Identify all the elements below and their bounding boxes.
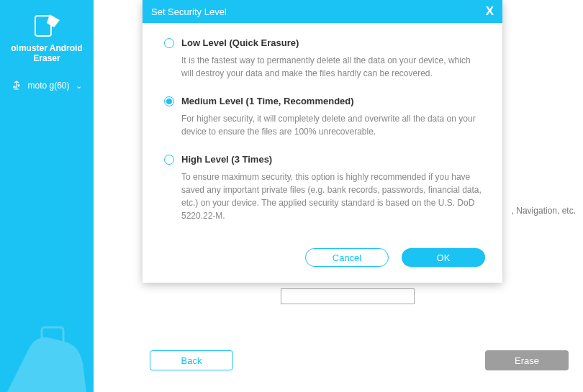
level-medium-desc: For higher security, it will completely … — [181, 112, 484, 138]
device-selector[interactable]: moto g(60) ⌄ — [0, 81, 94, 91]
level-high-label: High Level (3 Times) — [181, 154, 272, 165]
background-text: , Navigation, etc. — [512, 206, 576, 216]
level-low-desc: It is the fastest way to permanently del… — [181, 54, 484, 80]
ok-button[interactable]: OK — [402, 248, 485, 267]
confirm-input[interactable] — [281, 288, 415, 304]
modal-header: Set Security Level X — [143, 0, 502, 23]
app-name: olmuster Android Eraser — [0, 43, 94, 63]
level-medium-option[interactable]: Medium Level (1 Time, Recommended) — [164, 96, 484, 106]
level-high-option[interactable]: High Level (3 Times) — [164, 154, 484, 165]
erase-button[interactable]: Erase — [485, 350, 569, 370]
cancel-button[interactable]: Cancel — [305, 248, 389, 267]
radio-icon — [164, 96, 174, 106]
security-level-modal: Set Security Level X Low Level (Quick Er… — [143, 0, 502, 283]
sidebar: olmuster Android Eraser moto g(60) ⌄ — [0, 0, 94, 392]
radio-icon — [164, 155, 174, 165]
modal-footer: Cancel OK — [143, 244, 502, 283]
level-low-label: Low Level (Quick Erasure) — [181, 37, 299, 48]
modal-close-icon[interactable]: X — [486, 4, 494, 19]
level-low-option[interactable]: Low Level (Quick Erasure) — [164, 37, 484, 48]
device-name: moto g(60) — [27, 81, 69, 91]
modal-title: Set Security Level — [151, 6, 227, 17]
modal-body: Low Level (Quick Erasure) It is the fast… — [143, 23, 502, 244]
back-button[interactable]: Back — [150, 350, 233, 370]
hand-decoration-icon — [0, 313, 94, 392]
app-logo-icon — [32, 13, 61, 37]
level-medium-label: Medium Level (1 Time, Recommended) — [181, 96, 354, 106]
level-high-desc: To ensure maximum security, this option … — [181, 170, 484, 222]
chevron-down-icon: ⌄ — [76, 81, 82, 91]
usb-icon — [12, 81, 22, 91]
radio-icon — [164, 38, 174, 48]
